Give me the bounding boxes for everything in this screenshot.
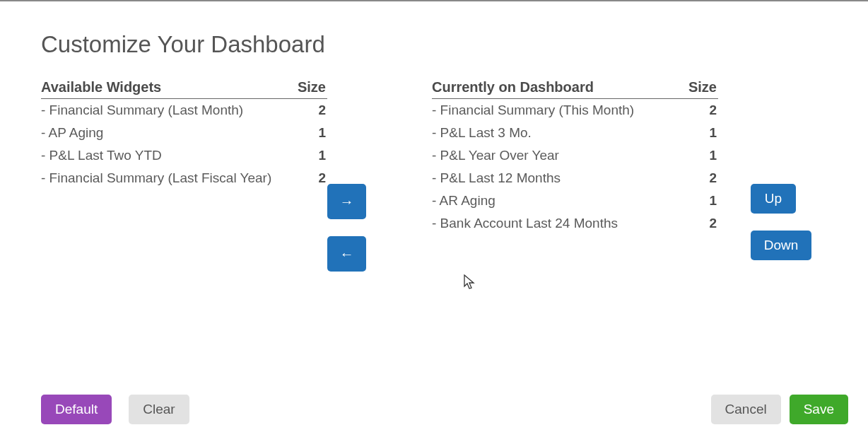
- current-dashboard-panel: Currently on Dashboard Size - Financial …: [432, 79, 718, 289]
- page-title: Customize Your Dashboard: [0, 1, 868, 58]
- widget-name: - Financial Summary (Last Fiscal Year): [41, 167, 295, 190]
- size-header: Size: [681, 79, 718, 99]
- move-up-button[interactable]: Up: [751, 184, 796, 214]
- widget-size: 1: [295, 122, 327, 144]
- cancel-button[interactable]: Cancel: [711, 395, 781, 424]
- default-button[interactable]: Default: [41, 395, 112, 424]
- current-header: Currently on Dashboard: [432, 79, 681, 99]
- current-widget-row[interactable]: - P&L Last 3 Mo.1: [432, 122, 718, 144]
- widget-name: - AR Aging: [432, 190, 681, 212]
- widget-size: 1: [295, 144, 327, 167]
- widget-name: - Financial Summary (Last Month): [41, 99, 295, 122]
- widget-size: 1: [681, 190, 718, 212]
- current-widget-row[interactable]: - P&L Last 12 Months2: [432, 167, 718, 190]
- move-down-button[interactable]: Down: [751, 231, 811, 260]
- current-widget-row[interactable]: - AR Aging1: [432, 190, 718, 212]
- clear-button[interactable]: Clear: [129, 395, 189, 424]
- save-button[interactable]: Save: [790, 395, 848, 424]
- available-widget-row[interactable]: - P&L Last Two YTD1: [41, 144, 327, 167]
- available-widget-row[interactable]: - AP Aging1: [41, 122, 327, 144]
- current-widget-row[interactable]: - P&L Year Over Year1: [432, 144, 718, 167]
- available-header: Available Widgets: [41, 79, 295, 99]
- widget-size: 1: [681, 144, 718, 167]
- widget-size: 2: [681, 99, 718, 122]
- widget-name: - Bank Account Last 24 Months: [432, 212, 681, 235]
- widget-size: 2: [681, 212, 718, 235]
- widget-name: - P&L Last 12 Months: [432, 167, 681, 190]
- widget-name: - P&L Year Over Year: [432, 144, 681, 167]
- widget-size: 2: [681, 167, 718, 190]
- available-widgets-panel: Available Widgets Size - Financial Summa…: [41, 79, 327, 289]
- current-widget-row[interactable]: - Financial Summary (This Month)2: [432, 99, 718, 122]
- move-right-button[interactable]: →: [327, 184, 366, 219]
- widget-name: - P&L Last Two YTD: [41, 144, 295, 167]
- widget-name: - AP Aging: [41, 122, 295, 144]
- widget-name: - Financial Summary (This Month): [432, 99, 681, 122]
- available-widget-row[interactable]: - Financial Summary (Last Fiscal Year)2: [41, 167, 327, 190]
- widget-size: 1: [681, 122, 718, 144]
- available-widget-row[interactable]: - Financial Summary (Last Month)2: [41, 99, 327, 122]
- current-widget-row[interactable]: - Bank Account Last 24 Months2: [432, 212, 718, 235]
- widget-name: - P&L Last 3 Mo.: [432, 122, 681, 144]
- size-header: Size: [295, 79, 327, 99]
- widget-size: 2: [295, 167, 327, 190]
- widget-size: 2: [295, 99, 327, 122]
- move-left-button[interactable]: ←: [327, 236, 366, 272]
